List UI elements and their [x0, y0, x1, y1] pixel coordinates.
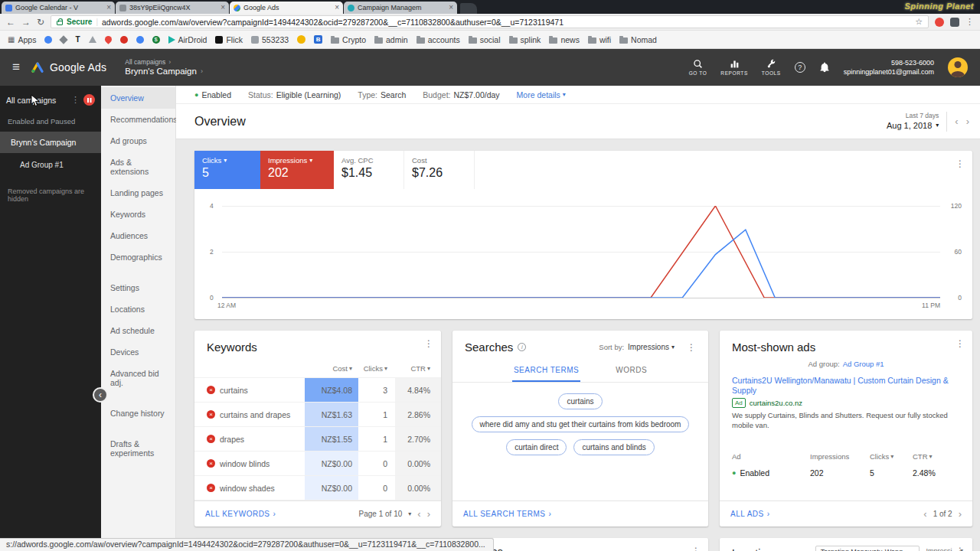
refresh-icon[interactable]: ↻ [37, 18, 44, 27]
browser-tab-google-ads[interactable]: Google Ads × [230, 2, 343, 14]
bookmark-icon-red-dot[interactable] [120, 36, 128, 44]
sidebar-collapse-button[interactable]: ‹ [93, 387, 108, 403]
devices-kebab-icon[interactable]: ⋮ [691, 546, 701, 551]
bookmark-icon-b[interactable]: B [314, 35, 322, 44]
keyword-name[interactable]: window shades [220, 484, 275, 493]
search-term-chip[interactable]: curtains and blinds [573, 439, 654, 455]
bookmark-icon-pin[interactable] [103, 34, 113, 44]
all-campaigns-row[interactable]: All campaigns ⋮ [0, 89, 101, 111]
nav-item-landing-pages[interactable]: Landing pages [101, 182, 175, 204]
sidebar-item-brynns-campaign[interactable]: Brynn's Campaign [0, 132, 101, 153]
breadcrumb-all-campaigns[interactable]: All campaigns › [125, 58, 203, 67]
keyword-row[interactable]: ×curtains NZ$4.08 3 4.84% [194, 378, 441, 403]
ads-kebab-icon[interactable]: ⋮ [956, 338, 965, 349]
nav-item-ads-extensions[interactable]: Ads & extensions [101, 152, 175, 182]
keyword-name[interactable]: drapes [220, 435, 244, 444]
clicks-col-header[interactable]: Clicks▾ [870, 452, 913, 461]
bookmark-icon-2[interactable] [60, 35, 68, 44]
keyword-row[interactable]: ×window shades NZ$0.00 0 0.00% [194, 476, 441, 500]
nav-item-ad-groups[interactable]: Ad groups [101, 130, 175, 152]
extension-icon-dark[interactable] [950, 18, 959, 27]
bookmark-553233[interactable]: 553233 [251, 35, 289, 44]
clicks-col-header[interactable]: Clicks▾ [358, 364, 395, 373]
extension-icon-red[interactable] [935, 18, 944, 27]
next-page-chevron-icon[interactable]: › [427, 508, 430, 520]
page-caret-icon[interactable]: ▾ [408, 510, 411, 517]
tab-close-icon[interactable]: × [335, 4, 339, 11]
keyword-row[interactable]: ×curtains and drapes NZ$1.63 1 2.86% [194, 403, 441, 427]
browser-tab-calendar[interactable]: Google Calendar - V × [2, 2, 115, 14]
keyword-name[interactable]: curtains [220, 386, 248, 395]
forward-icon[interactable]: → [21, 18, 31, 27]
nav-item-drafts-experiments[interactable]: Drafts & experiments [101, 433, 175, 464]
bookmark-icon-coin[interactable] [297, 35, 305, 44]
keyword-name[interactable]: curtains and drapes [220, 410, 290, 419]
next-date-chevron-icon[interactable]: › [966, 116, 969, 127]
tab-search-terms[interactable]: SEARCH TERMS [512, 361, 580, 382]
chrome-menu-icon[interactable]: ⋮ [965, 17, 974, 27]
ctr-col-header[interactable]: CTR▾ [913, 452, 960, 461]
keyword-row[interactable]: ×window blinds NZ$0.00 0 0.00% [194, 452, 441, 476]
sort-control[interactable]: Sort by: Impressions▾ [599, 343, 675, 351]
locations-kebab-icon[interactable]: ⋮ [956, 546, 965, 551]
bookmark-star-icon[interactable]: ☆ [915, 17, 923, 27]
cost-col-header[interactable]: Cost▾ [305, 364, 358, 373]
date-range-selector[interactable]: Last 7 days Aug 1, 2018 ▾ [887, 112, 939, 131]
nav-item-locations[interactable]: Locations [101, 298, 175, 320]
ad-headline[interactable]: Curtains2U Wellington/Manawatu | Custom … [732, 376, 960, 396]
cost-metric-box[interactable]: Cost $7.26 [404, 151, 475, 189]
keyword-row[interactable]: ×drapes NZ$1.55 1 2.70% [194, 427, 441, 452]
tab-words[interactable]: WORDS [614, 361, 648, 382]
targeting-dropdown[interactable]: Targeting Manawatu-Wang... ▾ [815, 546, 920, 551]
browser-tab-campaign-management[interactable]: Campaign Managem × [344, 2, 457, 14]
nav-item-advanced-bid-adj[interactable]: Advanced bid adj. [101, 363, 175, 393]
bookmark-icon-blue-dot[interactable] [136, 36, 144, 44]
bookmark-folder-social[interactable]: social [469, 35, 501, 44]
ad-group-selector[interactable]: Ad group: Ad Group #1 [720, 360, 972, 371]
ctr-col-header[interactable]: CTR▾ [395, 364, 441, 373]
prev-page-chevron-icon[interactable]: ‹ [417, 508, 420, 520]
bookmark-icon-4[interactable] [89, 36, 96, 43]
all-search-terms-link[interactable]: ALL SEARCH TERMS› [463, 510, 551, 518]
bookmark-icon-dollar[interactable]: $ [152, 36, 160, 44]
apps-shortcut[interactable]: ▦ Apps [8, 35, 36, 44]
all-keywords-link[interactable]: ALL KEYWORDS› [205, 510, 276, 518]
help-icon[interactable]: ? [795, 62, 805, 73]
search-term-chip[interactable]: curtain direct [506, 439, 567, 455]
clicks-metric-box[interactable]: Clicks▾ 5 [194, 151, 260, 189]
sidebar-item-ad-group-1[interactable]: Ad Group #1 [0, 153, 101, 177]
nav-item-overview[interactable]: Overview [101, 87, 175, 109]
bookmark-folder-splink[interactable]: splink [509, 35, 541, 44]
search-term-chip[interactable]: curtains [558, 393, 602, 409]
avatar[interactable] [948, 57, 968, 77]
address-bar[interactable]: Secure | adwords.google.com/aw/overview?… [51, 15, 929, 28]
search-term-chip[interactable]: where did amy and stu get their curtains… [472, 416, 690, 432]
bookmark-icon-t[interactable]: T [75, 36, 80, 44]
next-ad-chevron-icon[interactable]: › [959, 508, 962, 520]
prev-date-chevron-icon[interactable]: ‹ [955, 116, 958, 127]
tab-close-icon[interactable]: × [449, 4, 453, 11]
keyword-name[interactable]: window blinds [220, 459, 270, 468]
nav-item-devices[interactable]: Devices [101, 341, 175, 363]
nav-item-ad-schedule[interactable]: Ad schedule [101, 320, 175, 341]
tab-close-icon[interactable]: × [106, 4, 111, 11]
nav-item-keywords[interactable]: Keywords [101, 204, 175, 225]
chart-card-kebab-icon[interactable]: ⋮ [956, 158, 965, 169]
notifications-bell-icon[interactable] [819, 62, 830, 73]
all-ads-link[interactable]: ALL ADS› [730, 510, 770, 518]
browser-tab-file[interactable]: 38sY9pEiiQgncw4X × [116, 2, 229, 14]
bookmark-folder-nomad[interactable]: Nomad [619, 35, 657, 44]
url-text[interactable]: adwords.google.com/aw/overview?campaignI… [102, 18, 911, 27]
info-icon[interactable]: i [518, 343, 526, 351]
hamburger-menu-icon[interactable]: ≡ [12, 60, 20, 75]
prev-ad-chevron-icon[interactable]: ‹ [923, 508, 926, 520]
new-tab-button[interactable] [460, 3, 477, 14]
campaign-filter[interactable]: Enabled and Paused [0, 111, 101, 132]
avg-cpc-metric-box[interactable]: Avg. CPC $1.45 [334, 151, 404, 189]
ad-group-value[interactable]: Ad Group #1 [843, 360, 884, 368]
back-icon[interactable]: ← [6, 18, 15, 27]
nav-item-settings[interactable]: Settings [101, 277, 175, 298]
bookmark-airdroid[interactable]: AirDroid [168, 35, 207, 44]
campaign-status-button[interactable] [83, 94, 95, 106]
nav-item-recommendations[interactable]: Recommendations [101, 109, 175, 130]
